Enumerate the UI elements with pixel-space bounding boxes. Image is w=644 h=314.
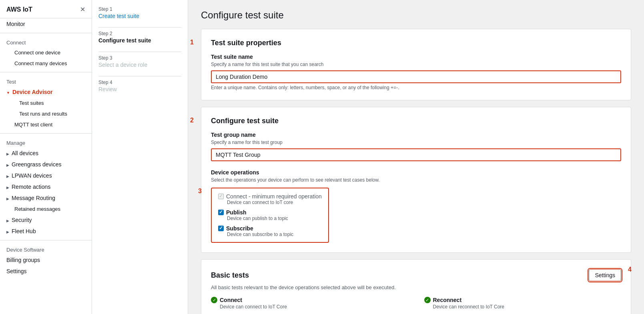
test-suite-properties-card: 1 Test suite properties Test suite name … — [201, 29, 631, 100]
sidebar-item-fleet-hub[interactable]: Fleet Hub — [0, 226, 92, 237]
checkbox-subscribe[interactable] — [218, 226, 224, 231]
card-title-suite-props: Test suite properties — [211, 39, 621, 47]
op-connect-desc: Device can connect to IoT core — [227, 200, 322, 205]
wizard-step-4: Step 4 Review — [98, 80, 181, 92]
check-icon-connect: ✓ — [211, 297, 217, 303]
settings-button[interactable]: Settings — [589, 269, 621, 281]
checkbox-connect[interactable] — [218, 194, 224, 199]
sidebar-item-label: All devices — [12, 150, 38, 156]
sidebar-section-connect: Connect — [0, 36, 92, 47]
op-publish-desc: Device can publish to a topic — [227, 216, 322, 221]
wizard-step-4-label: Step 4 — [98, 80, 181, 85]
wizard-step-3: Step 3 Select a device role — [98, 55, 181, 68]
step-marker-2: 2 — [190, 117, 194, 124]
sidebar-item-label: Billing groups — [6, 257, 40, 263]
close-icon[interactable]: ✕ — [80, 6, 85, 13]
field-label-suite-name: Test suite name — [211, 54, 621, 60]
basic-tests-title: Basic tests — [211, 271, 249, 280]
basic-tests-card: 4 Basic tests Settings All basic tests r… — [201, 259, 631, 314]
op-connect-label: Connect - minimum required operation — [226, 193, 322, 200]
chevron-right-icon — [6, 150, 9, 156]
device-ops-desc: Select the operations your device can pe… — [211, 177, 621, 183]
sidebar-item-label: MQTT test client — [14, 122, 52, 128]
sidebar-item-label: Connect one device — [14, 50, 60, 56]
sidebar-item-label: Remote actions — [12, 184, 50, 190]
sidebar-item-label: Message Routing — [12, 195, 55, 201]
main-content: Configure test suite 1 Test suite proper… — [188, 0, 644, 314]
check-icon-reconnect: ✓ — [424, 297, 431, 303]
test-item-reconnect: ✓ Reconnect Device can reconnect to IoT … — [424, 297, 622, 310]
chevron-right-icon — [6, 161, 9, 168]
wizard-step-1: Step 1 Create test suite — [98, 6, 181, 19]
test-desc-reconnect: Device can reconnect to IoT Core — [424, 304, 622, 310]
device-operations-box: Connect - minimum required operation Dev… — [211, 188, 329, 243]
sidebar-item-settings[interactable]: Settings — [0, 266, 92, 277]
sidebar-item-label: Device Advisor — [12, 89, 53, 95]
sidebar-item-connect-one[interactable]: Connect one device — [0, 47, 92, 58]
sidebar: AWS IoT ✕ Monitor Connect Connect one de… — [0, 0, 92, 314]
wizard-step-2-label: Step 2 — [98, 31, 181, 36]
sidebar-item-monitor[interactable]: Monitor — [0, 18, 92, 30]
op-subscribe-label: Subscribe — [226, 225, 253, 232]
sidebar-item-label: Greengrass devices — [12, 161, 62, 168]
wizard-step-1-label: Step 1 — [98, 6, 181, 12]
test-desc-connect: Device can connect to IoT Core — [211, 304, 408, 310]
sidebar-item-security[interactable]: Security — [0, 214, 92, 226]
sidebar-item-label: Settings — [6, 268, 27, 274]
wizard-step-3-title: Select a device role — [98, 62, 181, 68]
test-name-connect: Connect — [220, 297, 242, 303]
wizard-panel: Step 1 Create test suite Step 2 Configur… — [92, 0, 188, 314]
configure-test-suite-card: 2 Configure test suite Test group name S… — [201, 107, 631, 253]
op-publish: Publish Device can publish to a topic — [218, 209, 322, 221]
sidebar-item-device-advisor[interactable]: Device Advisor — [0, 86, 92, 98]
sidebar-item-label: LPWAN devices — [12, 172, 52, 179]
basic-tests-header: Basic tests Settings — [211, 269, 621, 281]
test-item-connect: ✓ Connect Device can connect to IoT Core — [211, 297, 408, 310]
sidebar-item-billing-groups[interactable]: Billing groups — [0, 254, 92, 266]
sidebar-item-label: Monitor — [6, 21, 25, 27]
sidebar-item-test-suites[interactable]: Test suites — [0, 98, 92, 108]
field-desc-suite-name: Specify a name for this test suite that … — [211, 62, 621, 67]
checkbox-publish[interactable] — [218, 210, 224, 215]
sidebar-item-mqtt-client[interactable]: MQTT test client — [0, 119, 92, 130]
card-title-configure: Configure test suite — [211, 117, 621, 125]
tests-grid: ✓ Connect Device can connect to IoT Core… — [211, 297, 621, 314]
suite-name-input[interactable] — [212, 71, 620, 82]
device-ops-label: Device operations — [211, 169, 621, 176]
sidebar-item-message-routing[interactable]: Message Routing — [0, 192, 92, 204]
sidebar-item-lpwan[interactable]: LPWAN devices — [0, 170, 92, 181]
chevron-right-icon — [6, 184, 9, 190]
op-subscribe: Subscribe Device can subscribe to a topi… — [218, 225, 322, 237]
wizard-step-1-title[interactable]: Create test suite — [98, 13, 181, 19]
step-marker-1: 1 — [190, 39, 194, 46]
field-hint-suite-name: Enter a unique name. Contains only: lett… — [211, 85, 621, 90]
chevron-right-icon — [6, 228, 9, 234]
op-subscribe-desc: Device can subscribe to a topic — [227, 232, 322, 237]
sidebar-item-test-runs[interactable]: Test runs and results — [0, 108, 92, 119]
page-title: Configure test suite — [201, 10, 631, 21]
wizard-step-2: Step 2 Configure test suite — [98, 31, 181, 44]
sidebar-section-test: Test — [0, 76, 92, 86]
wizard-step-4-title: Review — [98, 86, 181, 92]
wizard-step-2-title: Configure test suite — [98, 37, 181, 44]
sidebar-title: AWS IoT — [6, 6, 32, 13]
sidebar-item-connect-many[interactable]: Connect many devices — [0, 58, 92, 69]
sidebar-item-label: Security — [12, 217, 32, 223]
chevron-right-icon — [6, 217, 9, 223]
group-name-input[interactable] — [212, 149, 620, 160]
op-publish-label: Publish — [226, 209, 247, 216]
sidebar-item-label: Test suites — [19, 100, 44, 106]
basic-tests-desc: All basic tests relevant to the device o… — [211, 284, 621, 290]
chevron-right-icon — [6, 195, 9, 201]
field-desc-group-name: Specify a name for this test group — [211, 140, 621, 145]
wizard-step-3-label: Step 3 — [98, 55, 181, 61]
sidebar-section-device-software: Device Software — [0, 244, 92, 254]
sidebar-item-label: Test runs and results — [19, 111, 67, 117]
sidebar-section-manage: Manage — [0, 137, 92, 148]
sidebar-item-remote-actions[interactable]: Remote actions — [0, 181, 92, 192]
sidebar-item-greengrass[interactable]: Greengrass devices — [0, 159, 92, 170]
step-marker-4: 4 — [628, 266, 632, 273]
sidebar-item-retained-messages[interactable]: Retained messages — [0, 204, 92, 214]
sidebar-item-all-devices[interactable]: All devices — [0, 148, 92, 159]
test-name-reconnect: Reconnect — [433, 297, 462, 303]
